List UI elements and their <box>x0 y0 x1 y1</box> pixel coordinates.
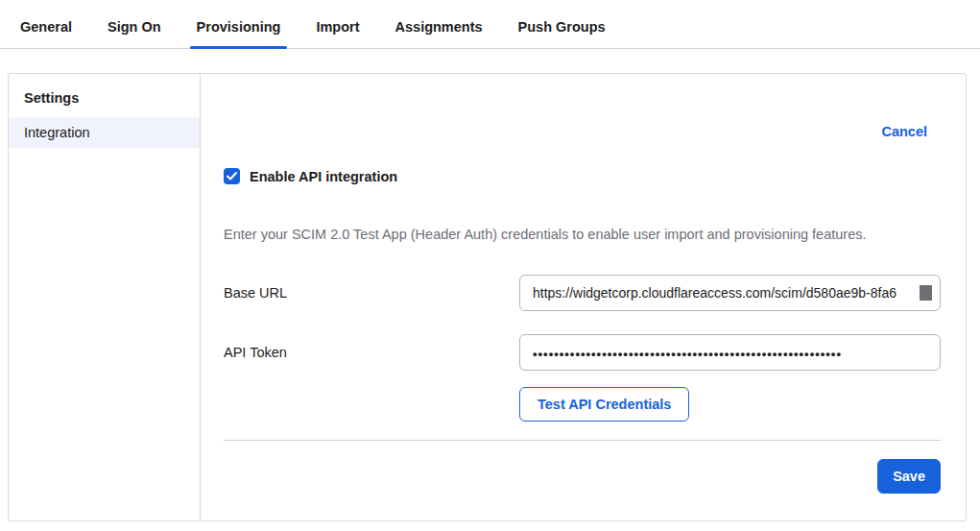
settings-sidebar: Settings Integration <box>9 74 201 520</box>
tab-general[interactable]: General <box>13 19 79 48</box>
cancel-row: Cancel <box>224 124 941 139</box>
sidebar-heading: Settings <box>9 83 200 117</box>
save-row: Save <box>224 459 941 494</box>
tab-provisioning[interactable]: Provisioning <box>190 19 288 48</box>
enable-api-integration-row: Enable API integration <box>224 168 941 184</box>
tab-assignments[interactable]: Assignments <box>389 19 490 48</box>
app-tab-bar: General Sign On Provisioning Import Assi… <box>0 0 980 49</box>
api-token-row: API Token ••••••••••••••••••••••••••••••… <box>224 334 941 371</box>
test-credentials-row: Test API Credentials <box>224 387 941 422</box>
sidebar-item-integration[interactable]: Integration <box>9 117 200 148</box>
base-url-value: https://widgetcorp.cloudflareaccess.com/… <box>533 285 932 301</box>
tab-sign-on[interactable]: Sign On <box>101 19 168 48</box>
integration-form: Cancel Enable API integration Enter your… <box>201 74 966 520</box>
save-button[interactable]: Save <box>877 459 941 494</box>
tab-push-groups[interactable]: Push Groups <box>512 19 612 48</box>
base-url-label: Base URL <box>224 285 519 301</box>
provisioning-panel: Settings Integration Cancel Enable API i… <box>8 73 967 521</box>
base-url-input[interactable]: https://widgetcorp.cloudflareaccess.com/… <box>519 275 941 311</box>
text-cursor <box>920 285 932 301</box>
enable-api-integration-label: Enable API integration <box>250 169 397 184</box>
enable-api-integration-checkbox[interactable] <box>224 168 240 184</box>
api-token-label: API Token <box>224 345 519 360</box>
api-token-input[interactable]: ••••••••••••••••••••••••••••••••••••••••… <box>519 334 941 371</box>
checkmark-icon <box>227 172 237 181</box>
test-api-credentials-button[interactable]: Test API Credentials <box>519 387 689 422</box>
form-divider <box>224 440 941 441</box>
base-url-row: Base URL https://widgetcorp.cloudflareac… <box>224 275 941 311</box>
credentials-description: Enter your SCIM 2.0 Test App (Header Aut… <box>224 227 941 242</box>
api-token-value: ••••••••••••••••••••••••••••••••••••••••… <box>533 344 932 361</box>
tab-import[interactable]: Import <box>309 19 366 48</box>
cancel-button[interactable]: Cancel <box>881 124 927 139</box>
